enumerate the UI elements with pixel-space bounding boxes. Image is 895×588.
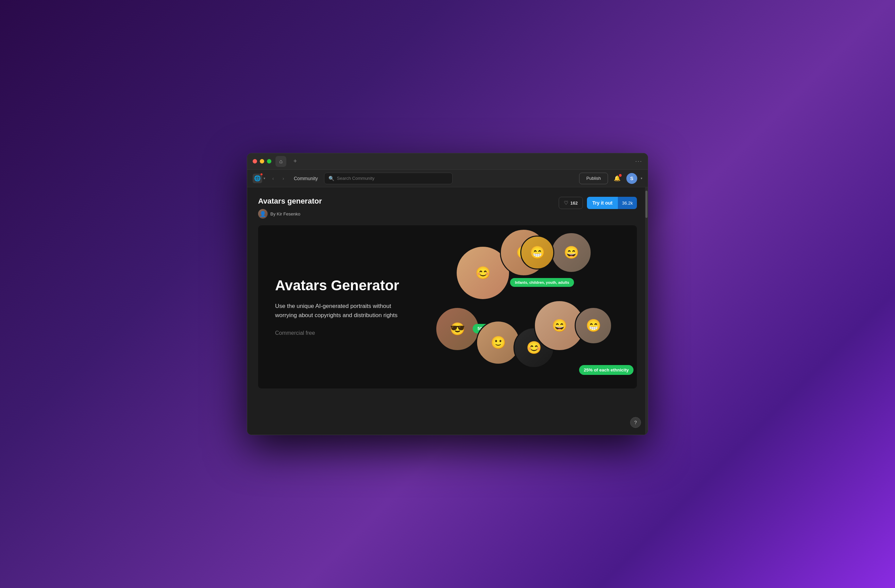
user-menu-chevron-icon[interactable]: ▾ [641,176,642,180]
like-count: 162 [570,200,578,206]
banner-title: Avatars Generator [275,278,411,293]
nav-arrows: ‹ › [268,174,288,183]
plus-icon: + [293,158,297,165]
scrollbar-thumb[interactable] [645,191,648,218]
notification-dot [260,173,263,176]
avatar-3: 😄 [551,232,592,273]
minimize-button[interactable] [260,159,264,164]
try-it-out-button[interactable]: Try it out 36.2k [587,197,637,209]
breadcrumb: Community [291,176,321,181]
plugin-actions: ♡ 162 Try it out 36.2k [559,197,637,209]
search-input[interactable] [337,176,448,181]
author-avatar [258,209,268,218]
plugin-header: Avatars generator By Kir Fesenko ♡ 162 T… [258,197,637,218]
like-button[interactable]: ♡ 162 [559,197,583,209]
banner-left: Avatars Generator Use the unique AI-gene… [258,261,428,353]
heart-icon: ♡ [564,200,568,206]
notification-badge [619,174,622,177]
notification-button[interactable]: 🔔 [611,173,623,184]
search-bar[interactable]: 🔍 [324,173,453,184]
plugin-author: By Kir Fesenko [258,209,322,218]
user-avatar[interactable]: S [626,173,637,184]
author-avatar-image [258,209,268,218]
badge-infants: Infants, children, youth, adults [510,278,574,287]
new-tab-button[interactable]: + [290,157,300,166]
banner-right: 😊 🙂 😄 😁 Infants, children, youth, adults [428,225,637,388]
more-options-button[interactable]: ··· [635,158,642,165]
home-icon: ⌂ [279,158,282,165]
maximize-button[interactable] [267,159,272,164]
forward-button[interactable]: › [279,174,288,183]
publish-button[interactable]: Publish [579,173,608,184]
help-button[interactable]: ? [630,417,641,428]
scrollbar-track[interactable] [645,187,648,435]
close-button[interactable] [253,159,257,164]
avatar-9: 😁 [575,307,612,344]
plugin-banner: Avatars Generator Use the unique AI-gene… [258,225,637,388]
banner-description: Use the unique AI-generated portraits wi… [275,302,411,320]
globe-button[interactable]: 🌐 ▾ [253,174,265,183]
title-bar: ⌂ + ··· [247,153,648,170]
main-content: Avatars generator By Kir Fesenko ♡ 162 T… [247,187,648,435]
back-button[interactable]: ‹ [268,174,278,183]
plugin-title-area: Avatars generator By Kir Fesenko [258,197,322,218]
avatar-4: 😁 [520,236,554,270]
globe-chevron-icon: ▾ [264,176,265,180]
globe-icon: 🌐 [253,174,262,183]
search-icon: 🔍 [329,176,334,181]
home-button[interactable]: ⌂ [275,156,286,167]
traffic-lights [253,159,272,164]
browser-window: ⌂ + ··· 🌐 ▾ ‹ › Community 🔍 Publish [247,153,648,435]
badge-ethnicity: 25% of each ethnicity [579,365,634,375]
commercial-label: Commercial free [275,330,411,336]
author-name: By Kir Fesenko [270,211,300,217]
try-count: 36.2k [618,197,637,209]
nav-bar: 🌐 ▾ ‹ › Community 🔍 Publish 🔔 S ▾ [247,170,648,187]
try-label: Try it out [587,197,618,209]
plugin-title: Avatars generator [258,197,322,206]
